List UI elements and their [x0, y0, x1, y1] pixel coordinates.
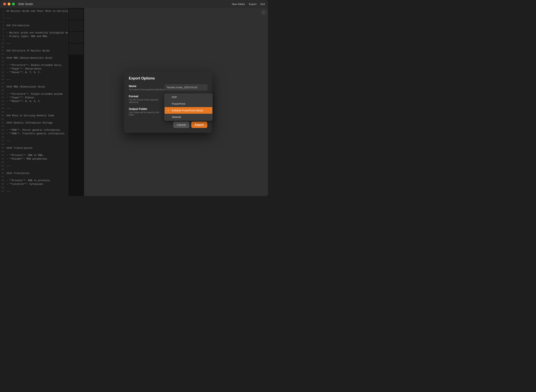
line-number: 4 — [0, 21, 6, 23]
format-option-powerpoint[interactable]: PowerPoint — [165, 101, 212, 107]
code-line: 19 — [0, 75, 68, 78]
line-number: 49 — [0, 183, 6, 185]
name-sublabel: The name of the exported slideshow — [129, 88, 165, 91]
code-line: 27 — [0, 103, 68, 107]
line-content: --- — [6, 78, 11, 81]
output-label: Output Folder — [129, 107, 165, 111]
code-line: 30### Role in Carrying Genetic Code — [0, 114, 68, 118]
slide-area: Genetic changes lead to new traits. inos… — [68, 8, 268, 196]
code-line: 50 — [0, 186, 68, 190]
export-modal: Export Options Name The name of the expo… — [124, 71, 212, 133]
line-number: 48 — [0, 179, 6, 182]
titlebar-actions: New Slides Export Exit — [232, 3, 265, 6]
line-number: 26 — [0, 100, 6, 102]
code-line: 8- Primary types: DNA and RNA. — [0, 35, 68, 38]
code-line: 24- **Structure**: Single-stranded polym… — [0, 93, 68, 96]
code-line: 4 — [0, 20, 68, 24]
line-number: 31 — [0, 118, 6, 120]
code-line: 17- **Sugar**: Deoxyribose. — [0, 67, 68, 71]
format-select-wrapper[interactable]: Editable PowerPoint (Beta) ▾ PDF P — [165, 95, 207, 101]
line-content: - **Process**: DNA to RNA. — [6, 154, 44, 157]
line-number: 28 — [0, 107, 6, 110]
code-line: 38 — [0, 143, 68, 147]
code-line: 41- **Process**: DNA to RNA. — [0, 154, 68, 157]
modal-footer: Cancel Export — [129, 121, 207, 128]
output-label-group: Output Folder Your slides will be saved … — [129, 107, 165, 116]
format-row: Format The file format of the exported s… — [129, 95, 207, 103]
line-number: 5 — [0, 24, 6, 27]
format-label: Format — [129, 95, 165, 98]
line-number: 16 — [0, 64, 6, 66]
titlebar: Slide Studio New Slides Export Exit — [0, 0, 268, 8]
code-line: 26- **Bases**: A, U, G, C. — [0, 100, 68, 103]
code-line: 25- **Sugar**: Ribose. — [0, 96, 68, 100]
code-line: 48- **Process**: RNA to proteins. — [0, 179, 68, 182]
line-content: - **Bases**: A, U, G, C. — [6, 100, 41, 103]
exit-button[interactable]: Exit — [260, 3, 265, 6]
line-content: --- — [6, 42, 11, 45]
editable-pptx-checkmark: ✓ — [167, 109, 170, 112]
format-label-group: Format The file format of the exported s… — [129, 95, 165, 103]
line-content: ## Nucleic Acids and Their Role in Carry… — [6, 10, 68, 13]
line-content: #### Translation — [6, 172, 29, 175]
line-content: - **Location**: Cytoplasm. — [6, 183, 44, 186]
code-line: 40 — [0, 150, 68, 154]
code-line: 34- **DNA**: Stores genetic information. — [0, 129, 68, 132]
line-number: 10 — [0, 42, 6, 45]
line-number: 29 — [0, 111, 6, 113]
line-number: 41 — [0, 154, 6, 156]
name-input[interactable] — [165, 84, 207, 90]
pptx-label: PowerPoint — [172, 102, 185, 105]
line-content: --- — [6, 190, 11, 193]
line-number: 24 — [0, 93, 6, 95]
line-content: --- — [6, 140, 11, 142]
line-number: 9 — [0, 39, 6, 41]
line-number: 22 — [0, 85, 6, 88]
format-option-website[interactable]: Website — [165, 114, 212, 120]
line-number: 46 — [0, 172, 6, 174]
format-option-pdf[interactable]: PDF — [165, 94, 212, 101]
line-number: 17 — [0, 67, 6, 70]
line-number: 8 — [0, 35, 6, 37]
export-confirm-button[interactable]: Export — [191, 121, 207, 128]
line-content: - **Bases**: A, T, G, C. — [6, 71, 41, 74]
code-line: 51--- — [0, 190, 68, 193]
line-number: 30 — [0, 114, 6, 117]
code-line: 21 — [0, 82, 68, 85]
main-content: 1## Nucleic Acids and Their Role in Carr… — [0, 8, 268, 196]
line-number: 27 — [0, 103, 6, 106]
traffic-lights — [3, 3, 15, 5]
code-line: 29 — [0, 111, 68, 114]
line-content: - **Structure**: Double-stranded helix. — [6, 64, 63, 67]
code-line: 7- Nucleic acids are essential biologica… — [0, 31, 68, 35]
format-sublabel: The file format of the exported slidesho… — [129, 98, 165, 103]
code-line: 11 — [0, 46, 68, 49]
code-line: 13 — [0, 53, 68, 56]
code-line: 20--- — [0, 78, 68, 82]
code-line: 18- **Bases**: A, T, G, C. — [0, 71, 68, 75]
code-editor[interactable]: 1## Nucleic Acids and Their Role in Carr… — [0, 8, 68, 196]
export-button[interactable]: Export — [249, 3, 257, 6]
line-number: 37 — [0, 140, 6, 142]
line-content: #### Transcription — [6, 147, 33, 149]
line-content: --- — [6, 165, 11, 168]
line-number: 35 — [0, 132, 6, 135]
close-button[interactable] — [3, 3, 6, 5]
code-line: 32#### Genetic Information Storage — [0, 121, 68, 125]
cancel-button[interactable]: Cancel — [173, 121, 189, 128]
new-slides-button[interactable]: New Slides — [232, 3, 245, 6]
code-line: 22#### RNA (Ribonucleic Acid) — [0, 85, 68, 89]
line-number: 19 — [0, 75, 6, 77]
line-number: 11 — [0, 46, 6, 48]
code-line: 16- **Structure**: Double-stranded helix… — [0, 64, 68, 67]
code-line: 35- **RNA**: Transfers genetic informati… — [0, 132, 68, 136]
minimize-button[interactable] — [8, 3, 10, 5]
line-content: ### Introduction — [6, 24, 29, 27]
line-number: 50 — [0, 187, 6, 189]
line-number: 15 — [0, 60, 6, 63]
line-content: - **RNA**: Transfers genetic information… — [6, 132, 66, 135]
code-line: 37--- — [0, 139, 68, 143]
format-option-editable-pptx[interactable]: ✓ Editable PowerPoint (Beta) — [165, 107, 212, 114]
maximize-button[interactable] — [12, 3, 15, 5]
line-number: 1 — [0, 10, 6, 12]
